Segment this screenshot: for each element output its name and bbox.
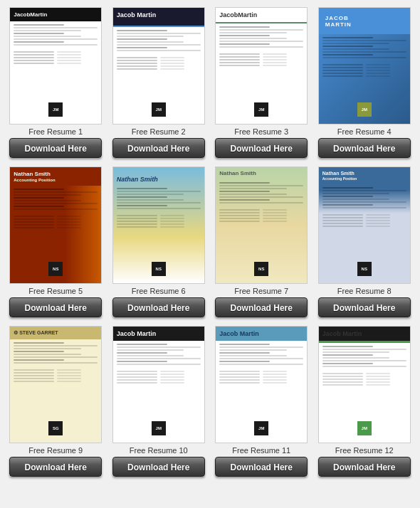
download-btn-3[interactable]: Download Here bbox=[215, 138, 308, 158]
download-btn-2[interactable]: Download Here bbox=[112, 138, 205, 158]
resume-thumb-9: ⚙ STEVE GARRETSG bbox=[9, 326, 102, 443]
download-btn-8[interactable]: Download Here bbox=[318, 297, 411, 317]
resume-thumb-10: Jacob MartinJM bbox=[112, 326, 205, 443]
resume-label-1: Free Resume 1 bbox=[28, 127, 83, 136]
resume-item-5: Nathan SmithAccounting PositionNSFree Re… bbox=[7, 166, 105, 320]
resume-thumb-4: JACOBMARTINJM bbox=[318, 7, 411, 125]
resume-label-7: Free Resume 7 bbox=[234, 287, 288, 295]
download-btn-4[interactable]: Download Here bbox=[318, 138, 411, 158]
resume-thumb-7: Nathan SmithNS bbox=[215, 166, 308, 284]
download-btn-7[interactable]: Download Here bbox=[215, 297, 308, 317]
resume-thumb-8: Nathan SmithAccounting PositionNS bbox=[318, 166, 411, 284]
resume-thumb-2: Jacob MartinJM bbox=[112, 7, 205, 125]
resume-thumb-11: Jacob MartinJM bbox=[215, 326, 308, 443]
download-btn-9[interactable]: Download Here bbox=[9, 457, 102, 477]
resume-label-10: Free Resume 10 bbox=[130, 446, 188, 455]
resume-item-10: Jacob MartinJMFree Resume 10Download Her… bbox=[110, 326, 208, 480]
download-btn-10[interactable]: Download Here bbox=[112, 457, 205, 477]
resume-item-1: JacobMartinJMFree Resume 1Download Here bbox=[7, 7, 105, 161]
resume-thumb-12: Jacob MartinJM bbox=[318, 326, 411, 443]
resume-thumb-3: JacobMartinJM bbox=[215, 7, 308, 125]
download-btn-6[interactable]: Download Here bbox=[112, 297, 205, 317]
download-btn-1[interactable]: Download Here bbox=[9, 138, 102, 158]
resume-item-8: Nathan SmithAccounting PositionNSFree Re… bbox=[316, 166, 414, 320]
resume-label-2: Free Resume 2 bbox=[132, 127, 186, 136]
resume-thumb-5: Nathan SmithAccounting PositionNS bbox=[9, 166, 102, 284]
resume-thumb-1: JacobMartinJM bbox=[9, 7, 102, 125]
resume-thumb-6: Nathan SmithNS bbox=[112, 166, 205, 284]
resume-item-6: Nathan SmithNSFree Resume 6Download Here bbox=[110, 166, 208, 320]
resume-item-7: Nathan SmithNSFree Resume 7Download Here bbox=[213, 166, 310, 320]
resume-item-9: ⚙ STEVE GARRETSGFree Resume 9Download He… bbox=[7, 326, 105, 480]
resume-item-2: Jacob MartinJMFree Resume 2Download Here bbox=[110, 7, 208, 161]
resume-label-6: Free Resume 6 bbox=[132, 287, 186, 295]
resume-item-12: Jacob MartinJMFree Resume 12Download Her… bbox=[316, 326, 414, 480]
resume-item-4: JACOBMARTINJMFree Resume 4Download Here bbox=[316, 7, 414, 161]
resume-grid: JacobMartinJMFree Resume 1Download HereJ… bbox=[0, 0, 420, 487]
resume-label-4: Free Resume 4 bbox=[337, 127, 392, 136]
resume-item-3: JacobMartinJMFree Resume 3Download Here bbox=[213, 7, 310, 161]
download-btn-11[interactable]: Download Here bbox=[215, 457, 308, 477]
resume-label-5: Free Resume 5 bbox=[28, 287, 83, 295]
resume-item-11: Jacob MartinJMFree Resume 11Download Her… bbox=[213, 326, 310, 480]
resume-label-3: Free Resume 3 bbox=[234, 127, 288, 136]
resume-label-12: Free Resume 12 bbox=[335, 446, 394, 455]
download-btn-5[interactable]: Download Here bbox=[9, 297, 102, 317]
resume-label-11: Free Resume 11 bbox=[232, 446, 290, 455]
download-btn-12[interactable]: Download Here bbox=[318, 457, 411, 477]
resume-label-9: Free Resume 9 bbox=[28, 446, 83, 455]
resume-label-8: Free Resume 8 bbox=[337, 287, 392, 295]
